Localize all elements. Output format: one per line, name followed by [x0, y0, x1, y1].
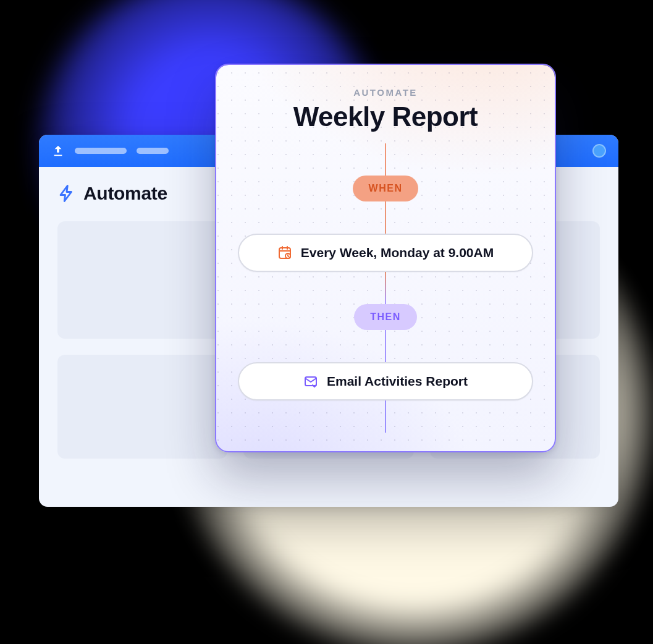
then-badge: THEN: [354, 304, 417, 330]
trigger-node[interactable]: Every Week, Monday at 9.00AM: [238, 234, 533, 272]
page-title: Automate: [83, 183, 167, 204]
flow: WHEN Every Week, Monday at 9.00AM THEN: [234, 143, 537, 433]
title-pill: [75, 148, 127, 154]
automation-card[interactable]: [57, 221, 227, 339]
automation-detail-panel: AUTOMATE Weekly Report WHEN Every Week, …: [215, 64, 556, 452]
action-label: Email Activities Report: [327, 374, 468, 389]
panel-eyebrow: AUTOMATE: [234, 87, 537, 98]
action-node[interactable]: Email Activities Report: [238, 362, 533, 400]
automation-card[interactable]: [57, 355, 227, 459]
when-badge: WHEN: [353, 176, 419, 201]
avatar[interactable]: [592, 144, 606, 158]
panel-title: Weekly Report: [234, 101, 537, 132]
mail-send-icon: [303, 374, 318, 389]
zap-icon: [57, 184, 76, 203]
calendar-clock-icon: [277, 245, 292, 260]
trigger-label: Every Week, Monday at 9.00AM: [301, 245, 494, 260]
title-pill: [137, 148, 169, 154]
upload-icon: [51, 144, 65, 158]
